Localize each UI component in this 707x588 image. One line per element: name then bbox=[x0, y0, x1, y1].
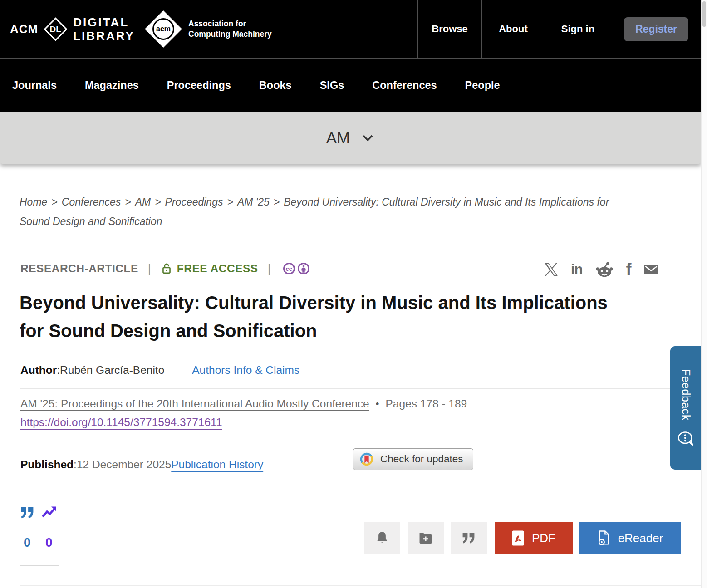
divider bbox=[20, 388, 676, 389]
feedback-label: Feedback bbox=[679, 369, 692, 421]
scrollbar-track[interactable] bbox=[701, 0, 707, 588]
chevron-down-icon bbox=[361, 132, 375, 144]
register-button[interactable]: Register bbox=[624, 17, 688, 41]
breadcrumb-separator: > bbox=[51, 196, 57, 208]
author-row: Author : Rubén García-Benito Authors Inf… bbox=[20, 362, 299, 378]
ereader-button[interactable]: eReader bbox=[579, 522, 681, 554]
feedback-tab[interactable]: Feedback bbox=[670, 346, 701, 470]
about-menu-item[interactable]: About bbox=[481, 0, 545, 58]
citation-quote-icon bbox=[20, 507, 35, 519]
page-title: Beyond Universality: Cultural Diversity … bbox=[20, 289, 637, 345]
acm-dl-article-page: ACM DL DIGITAL LIBRARY acm Association f… bbox=[0, 0, 707, 588]
acm-association-text: Association for Computing Machinery bbox=[188, 19, 272, 39]
cite-button[interactable] bbox=[451, 522, 487, 554]
divider bbox=[20, 438, 676, 438]
social-share-row: in f bbox=[544, 260, 659, 279]
citation-count: 0 bbox=[24, 535, 31, 550]
bullet-separator: • bbox=[376, 398, 379, 410]
publication-history-link[interactable]: Publication History bbox=[171, 458, 263, 471]
register-cell: Register bbox=[611, 0, 701, 58]
bell-icon bbox=[375, 530, 389, 546]
authors-info-link[interactable]: Authors Info & Claims bbox=[192, 364, 299, 377]
breadcrumb-separator: > bbox=[227, 196, 233, 208]
email-icon[interactable] bbox=[643, 263, 659, 276]
free-access-badge: FREE ACCESS bbox=[177, 262, 258, 275]
save-to-binder-button[interactable] bbox=[408, 522, 444, 554]
divider bbox=[20, 585, 701, 586]
pdf-icon bbox=[512, 530, 524, 546]
metric-score: 0 bbox=[45, 535, 53, 550]
proceedings-link[interactable]: AM '25: Proceedings of the 20th Internat… bbox=[20, 397, 369, 410]
top-header: ACM DL DIGITAL LIBRARY acm Association f… bbox=[0, 0, 701, 59]
badge-divider: | bbox=[268, 262, 271, 276]
breadcrumb-separator: > bbox=[155, 196, 161, 208]
breadcrumb-proceedings[interactable]: Proceedings bbox=[165, 196, 223, 208]
breadcrumb-separator: > bbox=[274, 196, 280, 208]
reddit-icon[interactable] bbox=[594, 261, 614, 278]
article-type-badge: RESEARCH-ARTICLE bbox=[20, 262, 138, 275]
linkedin-icon[interactable]: in bbox=[571, 261, 583, 278]
sign-in-menu-item[interactable]: Sign in bbox=[545, 0, 611, 58]
feedback-bubble-icon bbox=[677, 431, 694, 447]
x-icon[interactable] bbox=[544, 262, 559, 277]
acm-diamond-icon: acm bbox=[145, 10, 182, 48]
badge-divider: | bbox=[148, 262, 151, 276]
header-menu: Browse About Sign in Register bbox=[417, 0, 701, 58]
author-divider bbox=[178, 362, 178, 378]
published-date: 12 December 2025 bbox=[77, 458, 171, 471]
browse-menu-item[interactable]: Browse bbox=[417, 0, 481, 58]
divider bbox=[20, 485, 676, 485]
conference-selector-label: AM bbox=[326, 129, 350, 147]
scrollbar-thumb[interactable] bbox=[702, 1, 706, 27]
cc-license-icon[interactable]: cc bbox=[283, 263, 295, 274]
published-label: Published bbox=[20, 458, 74, 471]
venue-row: AM '25: Proceedings of the 20th Internat… bbox=[20, 397, 467, 410]
breadcrumb-home[interactable]: Home bbox=[20, 196, 47, 208]
nav-item-books[interactable]: Books bbox=[259, 79, 292, 92]
acm-dl-logo[interactable]: ACM DL DIGITAL LIBRARY bbox=[0, 0, 129, 58]
acm-association-logo[interactable]: acm Association for Computing Machinery bbox=[129, 0, 272, 58]
nav-item-sigs[interactable]: SIGs bbox=[320, 79, 344, 92]
check-for-updates-button[interactable]: Check for updates bbox=[353, 448, 473, 470]
nav-item-proceedings[interactable]: Proceedings bbox=[167, 79, 231, 92]
pages-range: Pages 178 - 189 bbox=[385, 397, 467, 410]
article-badges: RESEARCH-ARTICLE | FREE ACCESS | cc bbox=[20, 260, 309, 278]
cc-by-icon[interactable] bbox=[298, 263, 309, 274]
dl-diamond-icon: DL bbox=[44, 17, 68, 41]
author-name-link[interactable]: Rubén García-Benito bbox=[60, 364, 164, 377]
conference-selector-bar[interactable]: AM bbox=[0, 112, 701, 164]
acm-dl-logo-acm: ACM bbox=[10, 22, 38, 36]
metrics-divider bbox=[20, 565, 59, 566]
pdf-label: PDF bbox=[532, 531, 555, 545]
quote-icon bbox=[462, 533, 476, 544]
nav-item-people[interactable]: People bbox=[465, 79, 500, 92]
ereader-icon bbox=[597, 530, 610, 546]
nav-item-magazines[interactable]: Magazines bbox=[85, 79, 139, 92]
breadcrumb-separator: > bbox=[125, 196, 131, 208]
trending-up-icon bbox=[40, 505, 59, 519]
alerts-button[interactable] bbox=[364, 522, 400, 554]
breadcrumb: Home>Conferences>AM>Proceedings>AM '25>B… bbox=[20, 192, 640, 231]
main-nav: Journals Magazines Proceedings Books SIG… bbox=[0, 59, 701, 112]
nav-item-conferences[interactable]: Conferences bbox=[372, 79, 437, 92]
doi-row: https://doi.org/10.1145/3771594.3771611 bbox=[20, 416, 222, 429]
acm-dl-logo-text: DIGITAL LIBRARY bbox=[73, 15, 135, 43]
check-updates-label: Check for updates bbox=[380, 453, 463, 465]
folder-add-icon bbox=[418, 531, 433, 545]
facebook-icon[interactable]: f bbox=[626, 260, 632, 279]
breadcrumb-am25[interactable]: AM '25 bbox=[237, 196, 270, 208]
author-label: Author bbox=[20, 364, 57, 377]
nav-item-journals[interactable]: Journals bbox=[12, 79, 57, 92]
doi-link[interactable]: https://doi.org/10.1145/3771594.3771611 bbox=[20, 416, 222, 428]
ereader-label: eReader bbox=[618, 531, 663, 545]
pdf-button[interactable]: PDF bbox=[495, 522, 573, 554]
breadcrumb-conferences[interactable]: Conferences bbox=[62, 196, 121, 208]
published-colon: : bbox=[74, 458, 77, 471]
breadcrumb-am[interactable]: AM bbox=[135, 196, 151, 208]
author-colon: : bbox=[57, 364, 60, 377]
crossmark-icon bbox=[359, 451, 374, 467]
published-row: Published : 12 December 2025 Publication… bbox=[20, 458, 263, 471]
lock-open-icon bbox=[161, 262, 172, 275]
